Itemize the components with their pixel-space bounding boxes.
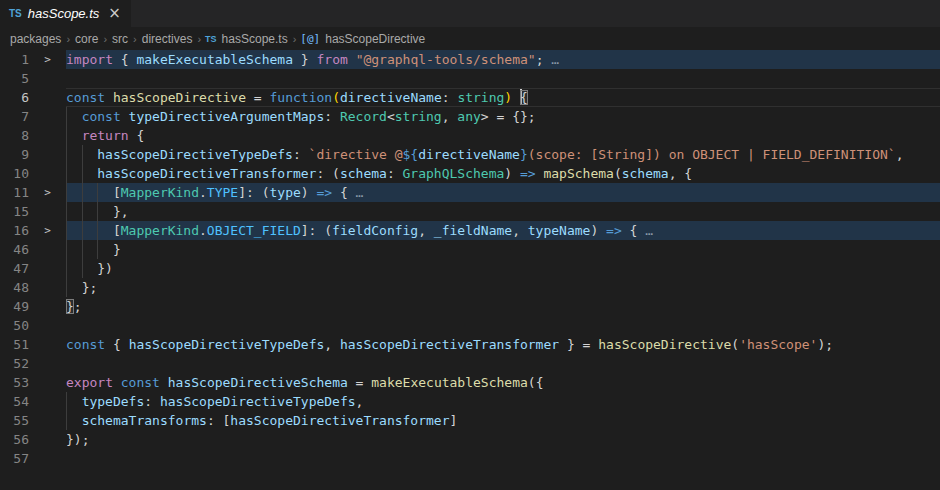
indent-guide <box>97 202 113 221</box>
fold-arrow-icon[interactable]: > <box>29 183 66 202</box>
code-line[interactable]: 48}; <box>0 278 940 297</box>
code-token: string <box>457 90 504 105</box>
code-line[interactable]: 47}) <box>0 259 940 278</box>
fold-arrow-icon[interactable]: > <box>29 50 66 69</box>
code-token <box>512 90 520 105</box>
code-line[interactable]: 7const typeDirectiveArgumentMaps: Record… <box>0 107 940 126</box>
line-number: 1 <box>0 50 29 69</box>
code-token: : <box>324 109 340 124</box>
code-token: MapperKind <box>121 223 199 238</box>
code-line-content[interactable]: }); <box>66 430 940 449</box>
code-line[interactable]: 51const { hasScopeDirectiveTypeDefs, has… <box>0 335 940 354</box>
code-line-content[interactable]: schemaTransforms: [hasScopeDirectiveTran… <box>66 411 940 430</box>
code-line-content[interactable]: }; <box>66 297 940 316</box>
code-line-content[interactable]: }, <box>66 202 940 221</box>
symbol-variable-icon: [@] <box>300 32 320 45</box>
line-number: 46 <box>0 240 29 259</box>
breadcrumb: packages›core›src›directives›TShasScope.… <box>0 27 940 50</box>
fold-arrow-icon[interactable]: > <box>29 221 66 240</box>
code-line-content[interactable]: } <box>66 240 940 259</box>
code-line-content[interactable]: [MapperKind.OBJECT_FIELD]: (fieldConfig,… <box>66 221 940 240</box>
code-line[interactable]: 5 <box>0 69 940 88</box>
code-token: ); <box>817 337 833 352</box>
code-token: = <box>246 90 269 105</box>
line-number: 47 <box>0 259 29 278</box>
chevron-right-icon: › <box>193 33 205 45</box>
code-line-content[interactable]: import { makeExecutableSchema } from "@g… <box>66 50 940 69</box>
tab-hasscope[interactable]: TS hasScope.ts × <box>0 0 131 27</box>
code-line-content[interactable]: }) <box>66 259 940 278</box>
breadcrumb-folder[interactable]: directives <box>141 32 194 46</box>
code-line[interactable]: 55schemaTransforms: [hasScopeDirectiveTr… <box>0 411 940 430</box>
fold-arrow-icon <box>29 316 66 335</box>
code-line-content[interactable]: typeDefs: hasScopeDirectiveTypeDefs, <box>66 392 940 411</box>
code-line[interactable]: 52 <box>0 354 940 373</box>
code-line-content[interactable]: hasScopeDirectiveTransformer: (schema: G… <box>66 164 940 183</box>
code-line-content[interactable]: const typeDirectiveArgumentMaps: Record<… <box>66 107 940 126</box>
code-line[interactable]: 56}); <box>0 430 940 449</box>
code-line-content[interactable]: hasScopeDirectiveTypeDefs: `directive @$… <box>66 145 940 164</box>
code-line[interactable]: 50 <box>0 316 940 335</box>
code-token: } <box>66 299 74 314</box>
code-line-content[interactable]: export const hasScopeDirectiveSchema = m… <box>66 373 940 392</box>
close-icon[interactable]: × <box>108 6 121 21</box>
code-line[interactable]: 54typeDefs: hasScopeDirectiveTypeDefs, <box>0 392 940 411</box>
line-number: 53 <box>0 373 29 392</box>
fold-arrow-icon <box>29 449 66 468</box>
indent-guide <box>82 164 98 183</box>
code-token: ) <box>504 90 512 105</box>
code-line-content[interactable] <box>66 354 940 373</box>
code-token: return <box>82 128 129 143</box>
breadcrumb-file[interactable]: hasScope.ts <box>221 32 289 46</box>
indent-guide <box>82 259 98 278</box>
code-line-content[interactable]: }; <box>66 278 940 297</box>
code-token: : <box>442 90 458 105</box>
code-line[interactable]: 1>import { makeExecutableSchema } from "… <box>0 50 940 69</box>
code-line[interactable]: 6const hasScopeDirective = function(dire… <box>0 88 940 107</box>
code-line[interactable]: 9hasScopeDirectiveTypeDefs: `directive @… <box>0 145 940 164</box>
code-line[interactable]: 46} <box>0 240 940 259</box>
fold-arrow-icon <box>29 107 66 126</box>
fold-arrow-icon <box>29 297 66 316</box>
code-token: hasScopeDirectiveTransformer <box>97 166 316 181</box>
code-token: }; <box>82 280 98 295</box>
code-line-content[interactable]: const hasScopeDirective = function(direc… <box>66 88 940 107</box>
code-token: , <box>356 394 364 409</box>
line-number: 6 <box>0 88 29 107</box>
code-line[interactable]: 53export const hasScopeDirectiveSchema =… <box>0 373 940 392</box>
line-number: 57 <box>0 449 29 468</box>
code-token: … <box>543 52 559 67</box>
breadcrumb-symbol[interactable]: hasScopeDirective <box>324 32 426 46</box>
code-line-content[interactable]: const { hasScopeDirectiveTypeDefs, hasSc… <box>66 335 940 354</box>
line-number: 5 <box>0 69 29 88</box>
code-token: directiveName <box>418 147 520 162</box>
code-line-content[interactable]: return { <box>66 126 940 145</box>
code-line[interactable]: 15}, <box>0 202 940 221</box>
code-line[interactable]: 11>[MapperKind.TYPE]: (type) => { … <box>0 183 940 202</box>
code-line-content[interactable] <box>66 316 940 335</box>
code-line[interactable]: 10hasScopeDirectiveTransformer: (schema:… <box>0 164 940 183</box>
code-token: ${ <box>403 147 419 162</box>
code-token: from <box>309 52 356 67</box>
code-token: schema <box>340 166 387 181</box>
code-line[interactable]: 16>[MapperKind.OBJECT_FIELD]: (fieldConf… <box>0 221 940 240</box>
code-token: … <box>645 223 653 238</box>
vscode-window: TS hasScope.ts × packages›core›src›direc… <box>0 0 940 468</box>
code-line[interactable]: 49}; <box>0 297 940 316</box>
breadcrumb-folder[interactable]: core <box>74 32 99 46</box>
code-editor[interactable]: 1>import { makeExecutableSchema } from "… <box>0 50 940 468</box>
code-line[interactable]: 8return { <box>0 126 940 145</box>
code-token: { <box>622 223 645 238</box>
code-line-content[interactable]: [MapperKind.TYPE]: (type) => { … <box>66 183 940 202</box>
tab-title: hasScope.ts <box>28 6 100 21</box>
code-token: , <box>896 147 904 162</box>
indent-guide <box>82 240 98 259</box>
code-line[interactable]: 57 <box>0 449 940 468</box>
code-token: function <box>270 90 333 105</box>
breadcrumb-folder[interactable]: src <box>111 32 129 46</box>
code-line-content[interactable] <box>66 69 940 88</box>
code-token: ( <box>614 166 622 181</box>
breadcrumb-folder[interactable]: packages <box>9 32 62 46</box>
code-token: ]: ( <box>301 223 332 238</box>
code-line-content[interactable] <box>66 449 940 468</box>
